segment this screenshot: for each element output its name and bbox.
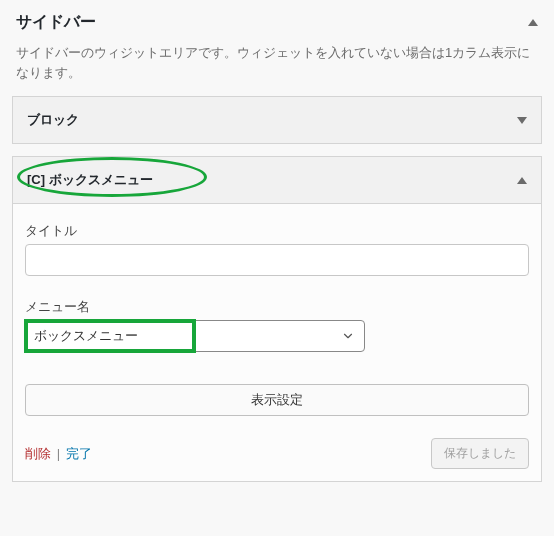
widget-footer: 削除 | 完了 保存しました: [25, 438, 529, 469]
expand-icon: [517, 117, 527, 124]
field-title: タイトル: [25, 222, 529, 276]
saved-button: 保存しました: [431, 438, 529, 469]
footer-links: 削除 | 完了: [25, 445, 92, 463]
done-link[interactable]: 完了: [66, 446, 92, 461]
collapse-icon: [528, 19, 538, 26]
title-input[interactable]: [25, 244, 529, 276]
title-label: タイトル: [25, 222, 529, 240]
widget-block-header[interactable]: ブロック: [13, 97, 541, 143]
widget-box-menu-header[interactable]: [C] ボックスメニュー: [13, 157, 541, 203]
collapse-icon: [517, 177, 527, 184]
display-settings-button[interactable]: 表示設定: [25, 384, 529, 416]
delete-link[interactable]: 削除: [25, 446, 51, 461]
widget-area-header[interactable]: サイドバー: [12, 12, 542, 39]
widget-area-title: サイドバー: [16, 12, 96, 33]
menu-name-label: メニュー名: [25, 298, 529, 316]
field-menu-name: メニュー名 ボックスメニュー: [25, 298, 529, 352]
widget-block: ブロック: [12, 96, 542, 144]
menu-name-select[interactable]: ボックスメニュー: [25, 320, 365, 352]
widget-box-menu-title: [C] ボックスメニュー: [27, 171, 153, 189]
widget-box-menu-body: タイトル メニュー名 ボックスメニュー 表示設定 削除 | 完了 保存しました: [13, 203, 541, 481]
divider: |: [57, 446, 60, 461]
widget-block-title: ブロック: [27, 111, 79, 129]
widget-box-menu: [C] ボックスメニュー タイトル メニュー名 ボックスメニュー 表示設定 削除…: [12, 156, 542, 482]
widget-area-description: サイドバーのウィジットエリアです。ウィジェットを入れていない場合は1カラム表示に…: [12, 39, 542, 96]
